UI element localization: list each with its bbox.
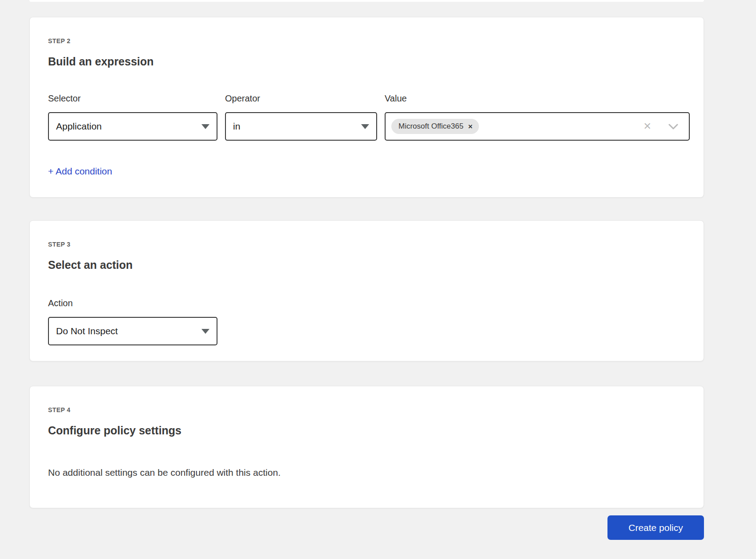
selector-dropdown[interactable]: Application xyxy=(48,112,217,141)
page-content: STEP 2 Build an expression Selector Appl… xyxy=(0,0,704,540)
caret-down-icon xyxy=(361,124,369,129)
step4-card: STEP 4 Configure policy settings No addi… xyxy=(29,386,704,508)
selected-value-tag: Microsoft Office365 ✕ xyxy=(391,119,479,134)
step4-title: Configure policy settings xyxy=(48,424,690,437)
action-dropdown[interactable]: Do Not Inspect xyxy=(48,317,217,345)
clear-selection-icon[interactable]: ✕ xyxy=(643,122,651,131)
step2-card: STEP 2 Build an expression Selector Appl… xyxy=(29,17,704,198)
action-label: Action xyxy=(48,298,690,308)
value-field: Value Microsoft Office365 ✕ ✕ xyxy=(385,93,690,141)
remove-tag-icon[interactable]: ✕ xyxy=(468,124,473,130)
selector-dropdown-value: Application xyxy=(56,121,102,132)
selected-value-tag-text: Microsoft Office365 xyxy=(398,122,463,131)
operator-dropdown-value: in xyxy=(233,121,240,132)
selector-field: Selector Application xyxy=(48,93,217,141)
selector-label: Selector xyxy=(48,93,217,104)
chevron-down-icon[interactable] xyxy=(668,124,678,130)
no-settings-note: No additional settings can be configured… xyxy=(48,466,690,478)
step3-card: STEP 3 Select an action Action Do Not In… xyxy=(29,220,704,361)
operator-label: Operator xyxy=(225,93,377,104)
create-policy-button[interactable]: Create policy xyxy=(607,515,704,540)
value-label: Value xyxy=(385,93,690,104)
step2-title: Build an expression xyxy=(48,55,690,68)
caret-down-icon xyxy=(201,124,209,129)
expression-fields-row: Selector Application Operator in Value M… xyxy=(48,93,690,141)
action-dropdown-value: Do Not Inspect xyxy=(56,326,118,336)
caret-down-icon xyxy=(201,329,209,334)
step2-caption: STEP 2 xyxy=(48,38,690,44)
operator-dropdown[interactable]: in xyxy=(225,112,377,141)
action-field: Action Do Not Inspect xyxy=(48,298,690,345)
step3-caption: STEP 3 xyxy=(48,241,690,247)
value-multiselect-input[interactable]: Microsoft Office365 ✕ ✕ xyxy=(385,112,690,141)
operator-field: Operator in xyxy=(225,93,377,141)
previous-card-bottom-edge xyxy=(29,0,704,2)
value-input-icons: ✕ xyxy=(643,122,678,131)
step4-caption: STEP 4 xyxy=(48,407,690,413)
footer-actions: Create policy xyxy=(29,515,704,540)
add-condition-link[interactable]: + Add condition xyxy=(48,166,112,177)
step3-title: Select an action xyxy=(48,258,690,271)
